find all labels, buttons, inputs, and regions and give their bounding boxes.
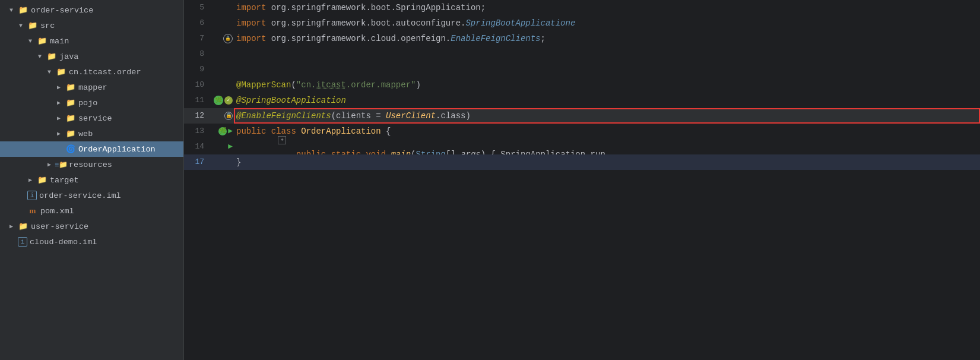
tree-item-resources[interactable]: ▶ ≡📁 resources xyxy=(0,157,183,172)
green-icon-13: 🌿 xyxy=(218,127,227,135)
label-resources: resources xyxy=(69,160,112,169)
label-pkg: cn.itcast.order xyxy=(69,68,141,77)
tree-item-pom-xml[interactable]: m pom.xml xyxy=(0,203,183,219)
tree-item-order-service[interactable]: ▼ 📁 order-service xyxy=(0,2,183,18)
label-src: src xyxy=(40,21,55,30)
folder-icon-resources: ≡📁 xyxy=(56,159,66,170)
code-content-17: } xyxy=(235,154,980,170)
code-content-7: import org.springframework.cloud.openfei… xyxy=(235,31,980,46)
folder-icon-target: 📁 xyxy=(37,175,47,185)
lock-icon-12: 🔒 xyxy=(224,112,233,120)
expand-btn-14[interactable]: + xyxy=(278,136,286,144)
arrow-java: ▼ xyxy=(38,53,46,60)
iml-icon-cloud-demo: i xyxy=(18,237,27,247)
folder-icon-pojo: 📁 xyxy=(65,97,76,108)
play-icon-14: ▶ xyxy=(228,139,233,154)
code-line-14: 14 ▶ + public static void main(String[] … xyxy=(184,139,980,154)
folder-icon-order-service: 📁 xyxy=(18,5,28,15)
arrow-pojo: ▶ xyxy=(57,99,65,106)
folder-icon-web: 📁 xyxy=(65,128,76,139)
tree-item-main[interactable]: ▼ 📁 main xyxy=(0,33,183,49)
label-pojo: pojo xyxy=(78,99,97,108)
arrow-web: ▶ xyxy=(57,130,65,137)
spring-icon-order-application: 🌀 xyxy=(65,144,76,154)
line-num-12: 12 xyxy=(184,108,211,124)
line-num-17: 17 xyxy=(184,154,211,170)
arrow-main: ▼ xyxy=(28,38,37,45)
code-content-10: @MapperScan("cn.itcast.order.mapper") xyxy=(235,77,980,93)
folder-icon-src: 📁 xyxy=(27,20,38,31)
code-content-12: @EnableFeignClients(clients = UserClient… xyxy=(235,108,980,124)
line-num-7: 7 xyxy=(184,31,211,46)
tree-item-cloud-demo-iml[interactable]: i cloud-demo.iml xyxy=(0,234,183,250)
code-line-11: 11 🌿 ✓ @SpringBootApplication xyxy=(184,93,980,108)
tree-item-web[interactable]: ▶ 📁 web xyxy=(0,126,183,141)
label-main: main xyxy=(50,37,69,46)
gutter-7: 🔒 xyxy=(211,34,235,43)
lock-icon-7: 🔒 xyxy=(223,34,233,43)
tree-item-order-service-iml[interactable]: i order-service.iml xyxy=(0,188,183,203)
tree-item-pkg[interactable]: ▼ 📁 cn.itcast.order xyxy=(0,64,183,80)
tree-item-java[interactable]: ▼ 📁 java xyxy=(0,49,183,64)
arrow-target: ▶ xyxy=(28,176,37,184)
line-num-6: 6 xyxy=(184,15,211,31)
line-num-5: 5 xyxy=(184,0,211,15)
code-content-6: import org.springframework.boot.autoconf… xyxy=(235,15,980,31)
line-num-8: 8 xyxy=(184,46,211,62)
folder-icon-service: 📁 xyxy=(65,113,76,124)
code-line-7: 7 🔒 import org.springframework.cloud.ope… xyxy=(184,31,980,46)
folder-icon-mapper: 📁 xyxy=(65,82,76,93)
gutter-11: 🌿 ✓ xyxy=(211,96,235,105)
code-line-5: 5 import org.springframework.boot.Spring… xyxy=(184,0,980,15)
xml-icon-pom: m xyxy=(27,206,38,216)
line-num-9: 9 xyxy=(184,62,211,77)
label-user-service: user-service xyxy=(31,222,88,231)
line-num-14: 14 xyxy=(184,139,211,154)
label-order-service-iml: order-service.iml xyxy=(39,191,121,200)
green-icon-11: 🌿 xyxy=(214,96,223,105)
label-mapper: mapper xyxy=(78,83,107,92)
line-num-13: 13 xyxy=(184,124,211,139)
line-num-11: 11 xyxy=(184,93,211,108)
label-cloud-demo-iml: cloud-demo.iml xyxy=(30,238,97,247)
code-line-17: 17 } xyxy=(184,154,980,170)
folder-icon-user-service: 📁 xyxy=(18,221,28,232)
arrow-mapper: ▶ xyxy=(57,84,65,91)
label-order-application: OrderApplication xyxy=(78,145,156,154)
code-line-9: 9 xyxy=(184,62,980,77)
folder-icon-java: 📁 xyxy=(46,51,57,62)
gutter-13: 🌿 ▶ xyxy=(211,124,235,139)
arrow-src: ▼ xyxy=(19,23,27,29)
arrow-user-service: ▶ xyxy=(9,223,18,230)
gutter-14: ▶ xyxy=(211,139,235,154)
label-pom-xml: pom.xml xyxy=(40,207,74,216)
line-num-10: 10 xyxy=(184,77,211,93)
file-tree: ▼ 📁 order-service ▼ 📁 src ▼ 📁 main ▼ 📁 j… xyxy=(0,0,184,360)
code-area: 5 import org.springframework.boot.Spring… xyxy=(184,0,980,170)
folder-icon-main: 📁 xyxy=(37,36,47,46)
gutter-12: 🔒 xyxy=(211,112,235,120)
code-line-12: 12 🔒 @EnableFeignClients(clients = UserC… xyxy=(184,108,980,124)
label-web: web xyxy=(78,130,93,138)
tree-item-user-service[interactable]: ▶ 📁 user-service xyxy=(0,219,183,234)
arrow-pkg: ▼ xyxy=(47,69,56,75)
tree-item-order-application[interactable]: 🌀 OrderApplication xyxy=(0,141,183,157)
label-target: target xyxy=(50,176,79,185)
label-java: java xyxy=(59,52,78,61)
yellow-icon-11: ✓ xyxy=(224,96,233,105)
play-icon-13: ▶ xyxy=(228,124,233,139)
tree-item-mapper[interactable]: ▶ 📁 mapper xyxy=(0,80,183,95)
code-panel: 5 import org.springframework.boot.Spring… xyxy=(184,0,980,360)
tree-item-pojo[interactable]: ▶ 📁 pojo xyxy=(0,95,183,110)
tree-item-src[interactable]: ▼ 📁 src xyxy=(0,18,183,33)
tree-item-target[interactable]: ▶ 📁 target xyxy=(0,172,183,188)
code-line-10: 10 @MapperScan("cn.itcast.order.mapper") xyxy=(184,77,980,93)
arrow-order-service: ▼ xyxy=(9,7,18,14)
code-content-5: import org.springframework.boot.SpringAp… xyxy=(235,0,980,15)
folder-icon-pkg: 📁 xyxy=(56,67,66,77)
label-service: service xyxy=(78,114,112,123)
code-line-6: 6 import org.springframework.boot.autoco… xyxy=(184,15,980,31)
code-line-8: 8 xyxy=(184,46,980,62)
tree-item-service[interactable]: ▶ 📁 service xyxy=(0,110,183,126)
code-content-11: @SpringBootApplication xyxy=(235,93,980,108)
